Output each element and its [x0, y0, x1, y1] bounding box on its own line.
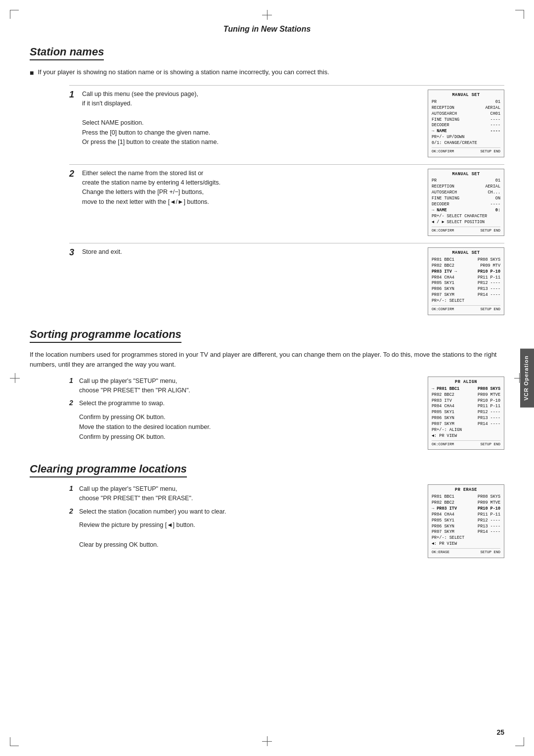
- step-2-content: Either select the name from the stored l…: [82, 169, 428, 207]
- screen-box-sorting: PR ALIGN → PR01 BBC1PR08 SKYS PR02 BBC2P…: [428, 377, 504, 450]
- sorting-step-1: 1 Call up the player's "SETUP" menu,choo…: [69, 377, 423, 395]
- step-1-content: Call up this menu (see the previous page…: [82, 90, 428, 147]
- screen-box-1: MANUAL SET PR01 RECEPTIONAERIAL AUTOSEAR…: [428, 90, 504, 157]
- crosshair-bottom: [262, 736, 272, 746]
- sorting-step-2: 2 Select the programme to swap.: [69, 399, 423, 408]
- clearing-heading: Clearing programme locations: [30, 463, 504, 484]
- page-header-title: Tuning in New Stations: [223, 25, 311, 33]
- sorting-steps-content: 1 Call up the player's "SETUP" menu,choo…: [69, 377, 428, 450]
- step-1-screen: MANUAL SET PR01 RECEPTIONAERIAL AUTOSEAR…: [428, 90, 504, 157]
- screen-box-3: MANUAL SET PR01 BBC1PR08 SKYS PR02 BBC2P…: [428, 247, 504, 315]
- sorting-intro: If the location numbers used for program…: [30, 350, 504, 370]
- step-2-number: 2: [69, 169, 82, 179]
- corner-mark-tl: [10, 10, 19, 19]
- sorting-step-1-number: 1: [69, 377, 79, 384]
- page-number: 25: [496, 728, 504, 736]
- vcr-operation-tab: VCR Operation: [520, 348, 534, 407]
- clearing-step-1-number: 1: [69, 484, 79, 492]
- clearing-step-1-content: Call up the player's "SETUP" menu,choose…: [79, 484, 423, 503]
- clearing-step-2: 2 Select the station (location number) y…: [69, 507, 423, 517]
- clearing-heading-text: Clearing programme locations: [30, 463, 187, 477]
- clearing-screen: PR ERASE PR01 BBC1PR08 SKYS PR02 BBC2PR0…: [428, 484, 504, 558]
- station-names-step-2: 2 Either select the name from the stored…: [69, 164, 504, 236]
- clearing-step-1: 1 Call up the player's "SETUP" menu,choo…: [69, 484, 423, 503]
- step-1-number: 1: [69, 90, 82, 100]
- step-3-content: Store and exit.: [82, 247, 428, 257]
- station-names-heading-text: Station names: [30, 46, 104, 60]
- sorting-screen: PR ALIGN → PR01 BBC1PR08 SKYS PR02 BBC2P…: [428, 377, 504, 450]
- crosshair-top: [262, 10, 272, 20]
- sorting-section: Sorting programme locations If the locat…: [30, 328, 504, 450]
- screen-box-clearing: PR ERASE PR01 BBC1PR08 SKYS PR02 BBC2PR0…: [428, 484, 504, 558]
- step-3-number: 3: [69, 247, 82, 258]
- station-names-step-1: 1 Call up this menu (see the previous pa…: [69, 85, 504, 157]
- station-names-steps: 1 Call up this menu (see the previous pa…: [69, 85, 504, 315]
- sorting-sub-texts: Confirm by pressing OK button. Move the …: [79, 412, 423, 442]
- step-3-screen: MANUAL SET PR01 BBC1PR08 SKYS PR02 BBC2P…: [428, 247, 504, 315]
- station-names-bullet-text: If your player is showing no station nam…: [38, 67, 329, 78]
- station-names-heading: Station names: [30, 46, 504, 67]
- clearing-sub-texts: Review the picture by pressing [◄] butto…: [79, 520, 423, 550]
- clearing-step-2-content: Select the station (location number) you…: [79, 507, 423, 517]
- crosshair-left: [10, 373, 20, 383]
- station-names-section: Station names ■ If your player is showin…: [30, 46, 504, 315]
- corner-mark-tr: [515, 10, 524, 19]
- station-names-bullet: ■ If your player is showing no station n…: [30, 67, 504, 78]
- page: VCR Operation Tuning in New Stations Sta…: [0, 0, 534, 756]
- sorting-step-1-content: Call up the player's "SETUP" menu,choose…: [79, 377, 423, 395]
- clearing-steps-with-screen: 1 Call up the player's "SETUP" menu,choo…: [69, 484, 504, 558]
- page-header: Tuning in New Stations: [30, 25, 504, 34]
- screen-box-2: MANUAL SET PR01 RECEPTIONAERIAL AUTOSEAR…: [428, 169, 504, 236]
- sorting-step-2-content: Select the programme to swap.: [79, 399, 423, 408]
- station-names-step-3: 3 Store and exit. MANUAL SET PR01 BBC1PR…: [69, 243, 504, 315]
- step-2-screen: MANUAL SET PR01 RECEPTIONAERIAL AUTOSEAR…: [428, 169, 504, 236]
- bullet-icon: ■: [30, 68, 34, 78]
- sorting-step-2-number: 2: [69, 399, 79, 407]
- clearing-step-2-number: 2: [69, 507, 79, 515]
- sorting-heading-text: Sorting programme locations: [30, 328, 181, 343]
- clearing-section: Clearing programme locations 1 Call up t…: [30, 463, 504, 558]
- corner-mark-br: [515, 737, 524, 746]
- corner-mark-bl: [10, 737, 19, 746]
- clearing-steps-content: 1 Call up the player's "SETUP" menu,choo…: [69, 484, 428, 558]
- sorting-heading: Sorting programme locations: [30, 328, 504, 350]
- sorting-steps-with-screen: 1 Call up the player's "SETUP" menu,choo…: [69, 377, 504, 450]
